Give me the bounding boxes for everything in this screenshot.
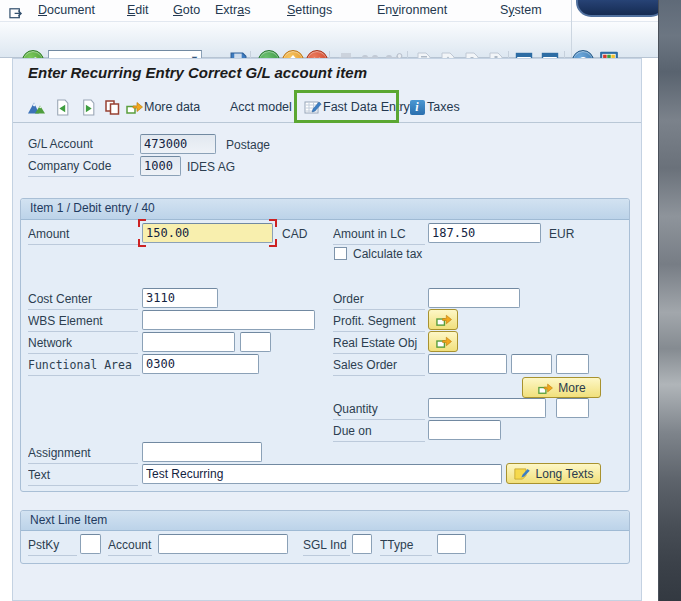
amount-currency: CAD [282, 227, 307, 241]
pstky-field[interactable] [80, 534, 101, 554]
wbs-element-field[interactable] [142, 310, 315, 330]
gl-account-field[interactable] [140, 134, 216, 154]
sgl-ind-label: SGL Ind [303, 538, 350, 556]
long-text-icon [514, 467, 531, 481]
next-item-icon[interactable] [78, 97, 98, 117]
acct-model-button[interactable]: Acct model [230, 100, 292, 114]
real-estate-button[interactable] [428, 331, 458, 352]
network-field[interactable] [142, 332, 235, 352]
sales-order-label: Sales Order [333, 358, 425, 376]
company-code-field[interactable] [140, 156, 181, 176]
cost-center-label: Cost Center [28, 292, 138, 310]
order-label: Order [333, 292, 425, 310]
overview-icon[interactable] [26, 97, 46, 117]
highlight-annotation [294, 90, 399, 123]
profit-segment-button[interactable] [428, 309, 458, 330]
gl-account-description: Postage [226, 138, 270, 152]
calculate-tax-checkbox[interactable] [334, 247, 347, 260]
more-data-icon[interactable] [124, 97, 144, 117]
more-button-label: More [558, 381, 585, 395]
desktop-background [658, 0, 681, 601]
menu-document[interactable]: Document [38, 3, 95, 17]
long-texts-button[interactable]: Long Texts [506, 463, 601, 484]
calculate-tax-label: Calculate tax [353, 247, 422, 261]
gl-account-label: G/L Account [28, 137, 134, 155]
item-group-title: Item 1 / Debit entry / 40 [21, 199, 629, 220]
network-field-2[interactable] [240, 332, 271, 352]
account-field[interactable] [158, 534, 288, 554]
next-screen-icon [435, 312, 452, 327]
company-code-description: IDES AG [187, 160, 235, 174]
more-button[interactable]: More [522, 377, 601, 398]
amount-lc-field[interactable] [428, 223, 541, 243]
menu-edit[interactable]: Edit [127, 3, 149, 17]
cost-center-field[interactable] [142, 288, 218, 308]
amount-lc-currency: EUR [549, 227, 574, 241]
screen-menu-icon[interactable] [6, 3, 26, 23]
wbs-element-label: WBS Element [28, 314, 138, 332]
ttype-label: TType [380, 538, 432, 556]
sgl-ind-field[interactable] [352, 534, 372, 554]
profit-segment-label: Profit. Segment [333, 314, 425, 332]
order-field[interactable] [428, 288, 520, 308]
taxes-button[interactable]: Taxes [427, 100, 460, 114]
menu-environment[interactable]: Environment [377, 3, 447, 17]
toolbar-divider [571, 0, 572, 57]
taxes-icon: i [407, 97, 427, 117]
account-label: Account [108, 538, 152, 556]
quantity-unit-field[interactable] [556, 398, 589, 418]
due-on-label: Due on [333, 424, 425, 442]
sales-order-field[interactable] [428, 354, 507, 374]
real-estate-label: Real Estate Obj [333, 336, 425, 354]
company-code-label: Company Code [28, 159, 134, 177]
due-on-field[interactable] [428, 420, 501, 440]
assignment-field[interactable] [142, 442, 262, 462]
sales-order-field-2[interactable] [511, 354, 552, 374]
sap-logo [576, 0, 666, 17]
menu-settings[interactable]: Settings [287, 3, 332, 17]
amount-field[interactable] [142, 223, 273, 243]
quantity-field[interactable] [428, 398, 546, 418]
copy-icon[interactable] [102, 97, 122, 117]
next-line-item-title: Next Line Item [21, 511, 629, 531]
next-screen-icon [435, 334, 452, 349]
ttype-field[interactable] [437, 534, 466, 554]
sap-gui-window: Document Edit Goto Extras Settings Envir… [0, 0, 681, 601]
amount-label: Amount [28, 227, 138, 245]
sales-order-field-3[interactable] [556, 354, 589, 374]
page-title: Enter Recurring Entry Correct G/L accoun… [28, 64, 367, 81]
menu-goto[interactable]: Goto [173, 3, 200, 17]
text-field[interactable] [142, 464, 502, 484]
menu-system[interactable]: System [500, 3, 542, 17]
assignment-label: Assignment [28, 446, 138, 464]
network-label: Network [28, 336, 138, 354]
functional-area-field[interactable] [142, 354, 259, 374]
standard-toolbar: ✓ ▼ « « ✕ [0, 22, 658, 58]
long-texts-button-label: Long Texts [536, 467, 594, 481]
menu-extras[interactable]: Extras [215, 3, 250, 17]
quantity-label: Quantity [333, 402, 425, 420]
more-data-button[interactable]: More data [144, 100, 200, 114]
next-screen-icon [537, 381, 553, 395]
text-label: Text [28, 468, 138, 486]
menu-bar: Document Edit Goto Extras Settings Envir… [0, 0, 658, 22]
prev-item-icon[interactable] [52, 97, 72, 117]
amount-lc-label: Amount in LC [333, 227, 425, 245]
functional-area-label: Functional Area [28, 358, 140, 376]
pstky-label: PstKy [28, 538, 77, 556]
